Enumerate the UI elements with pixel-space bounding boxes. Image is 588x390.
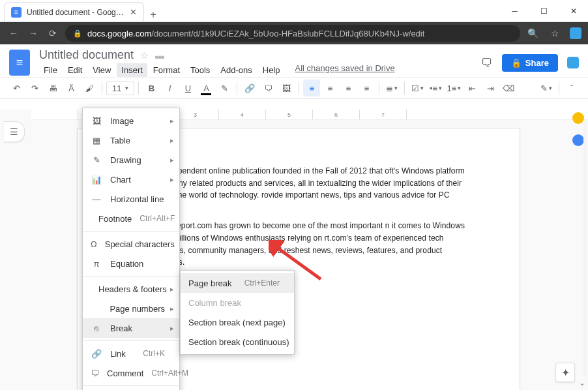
- print-button[interactable]: 🖶: [44, 80, 61, 97]
- align-justify-button[interactable]: ≡: [358, 80, 375, 97]
- insert-item-link[interactable]: 🔗LinkCtrl+K: [83, 344, 179, 363]
- menu-tools[interactable]: Tools: [186, 63, 214, 77]
- menu-item-label: Equation: [110, 259, 165, 269]
- comments-icon[interactable]: 🗨: [481, 56, 493, 70]
- menu-item-label: Section break (continuous): [188, 337, 289, 347]
- new-tab-button[interactable]: ＋: [144, 8, 162, 22]
- lock-icon: 🔒: [511, 58, 522, 68]
- number-list-button[interactable]: 1≡▾: [445, 80, 462, 97]
- spellcheck-button[interactable]: Ӓ: [63, 80, 80, 97]
- insert-item-special-characters[interactable]: ΩSpecial characters: [83, 234, 179, 254]
- docs-header: ≡ Untitled document ☆ ▬ File Edit View I…: [0, 44, 588, 77]
- menu-item-label: Page break: [188, 278, 237, 288]
- insert-item-equation[interactable]: πEquation: [83, 254, 179, 273]
- scroll-down-icon[interactable]: ⌄: [579, 378, 585, 387]
- reload-button[interactable]: ⟳: [46, 28, 60, 38]
- indent-button[interactable]: ⇥: [482, 80, 499, 97]
- menu-item-icon: ✎: [91, 155, 102, 165]
- menu-edit[interactable]: Edit: [63, 63, 87, 77]
- forward-button[interactable]: →: [26, 28, 40, 38]
- outdent-button[interactable]: ⇤: [463, 80, 480, 97]
- tasks-icon[interactable]: [572, 134, 584, 146]
- insert-item-horizontal-line[interactable]: ―Horizontal line: [83, 189, 179, 209]
- menu-format[interactable]: Format: [149, 63, 184, 77]
- formatting-toolbar: ↶ ↷ 🖶 Ӓ 🖌 11▾ B I U A ✎ 🔗 🗨 🖼 ≡ ≡ ≡ ≡ ≣▾…: [0, 77, 588, 99]
- maximize-button[interactable]: ☐: [529, 0, 559, 22]
- collapse-toolbar-button[interactable]: ˆ: [563, 80, 580, 97]
- outline-toggle[interactable]: ☰: [4, 121, 25, 142]
- star-icon[interactable]: ☆: [140, 50, 149, 61]
- menu-view[interactable]: View: [88, 63, 115, 77]
- minimize-button[interactable]: ─: [500, 0, 529, 22]
- insert-link-button[interactable]: 🔗: [241, 80, 258, 97]
- clear-format-button[interactable]: ⌫: [500, 80, 517, 97]
- submenu-arrow-icon: ▸: [170, 175, 174, 184]
- break-item-section-break-next-page-[interactable]: Section break (next page): [181, 312, 294, 332]
- ruler-mark: [31, 110, 78, 119]
- insert-item-comment[interactable]: 🗨CommentCtrl+Alt+M: [83, 363, 179, 383]
- paint-format-button[interactable]: 🖌: [81, 80, 98, 97]
- menu-addons[interactable]: Add-ons: [216, 63, 256, 77]
- break-submenu: Page breakCtrl+EnterColumn breakSection …: [180, 270, 295, 355]
- zoom-icon[interactable]: 🔍: [525, 28, 540, 38]
- move-folder-icon[interactable]: ▬: [155, 50, 164, 61]
- bold-button[interactable]: B: [143, 80, 160, 97]
- insert-item-page-numbers[interactable]: Page numbers▸: [83, 299, 179, 318]
- vertical-scrollbar[interactable]: [583, 121, 587, 377]
- menu-file[interactable]: File: [39, 63, 62, 77]
- menu-item-label: Chart: [110, 175, 165, 185]
- insert-item-drawing[interactable]: ✎Drawing▸: [83, 150, 179, 170]
- menu-item-icon: 🗨: [91, 368, 99, 378]
- menu-insert[interactable]: Insert: [117, 63, 147, 77]
- share-button[interactable]: 🔒Share: [502, 54, 558, 72]
- redo-button[interactable]: ↷: [26, 80, 43, 97]
- bookmark-star-icon[interactable]: ☆: [548, 28, 562, 38]
- address-bar: ← → ⟳ 🔒 docs.google.com/document/d/1k9UC…: [0, 22, 588, 44]
- insert-item-image[interactable]: 🖼Image▸: [83, 111, 179, 130]
- menu-item-label: Footnote: [98, 214, 132, 224]
- insert-dropdown: 🖼Image▸▦Table▸✎Drawing▸📊Chart▸―Horizonta…: [82, 108, 180, 390]
- tab-strip: ≡ Untitled document - Google Doc ✕ ＋: [0, 0, 500, 22]
- browser-tab[interactable]: ≡ Untitled document - Google Doc ✕: [4, 2, 144, 22]
- insert-item-headers-footers[interactable]: Headers & footers▸: [83, 279, 179, 299]
- checklist-button[interactable]: ☑▾: [409, 80, 426, 97]
- menu-item-label: Headers & footers: [98, 284, 167, 294]
- submenu-arrow-icon: ▸: [170, 285, 174, 293]
- menu-help[interactable]: Help: [258, 63, 285, 77]
- close-window-button[interactable]: ✕: [559, 0, 588, 22]
- explore-button[interactable]: ✦: [555, 363, 575, 382]
- lock-icon: 🔒: [73, 29, 82, 38]
- docs-app-icon[interactable]: ≡: [9, 50, 30, 76]
- insert-image-button[interactable]: 🖼: [278, 80, 295, 97]
- insert-item-footnote[interactable]: FootnoteCtrl+Alt+F: [83, 209, 179, 228]
- font-size-select[interactable]: 11▾: [106, 82, 134, 95]
- align-left-button[interactable]: ≡: [303, 80, 320, 97]
- break-item-page-break[interactable]: Page breakCtrl+Enter: [181, 273, 294, 293]
- extension-icon[interactable]: [570, 27, 581, 39]
- close-tab-icon[interactable]: ✕: [130, 7, 137, 17]
- text-color-button[interactable]: A: [198, 80, 214, 97]
- menu-item-label: Page numbers: [110, 304, 165, 314]
- insert-item-break[interactable]: ⎋Break▸: [83, 318, 179, 338]
- italic-button[interactable]: I: [161, 80, 178, 97]
- back-button[interactable]: ←: [7, 28, 21, 38]
- insert-comment-button[interactable]: 🗨: [259, 80, 276, 97]
- highlight-button[interactable]: ✎: [216, 80, 233, 97]
- align-right-button[interactable]: ≡: [340, 80, 357, 97]
- menu-item-shortcut: Ctrl+K: [143, 349, 165, 358]
- insert-item-chart[interactable]: 📊Chart▸: [83, 170, 179, 189]
- account-avatar[interactable]: [567, 57, 579, 68]
- menu-item-label: Image: [110, 116, 165, 126]
- line-spacing-button[interactable]: ≣▾: [383, 80, 400, 97]
- underline-button[interactable]: U: [179, 80, 196, 97]
- url-field[interactable]: 🔒 docs.google.com/document/d/1k9UCiEZAk_…: [65, 25, 520, 42]
- save-status[interactable]: All changes saved in Drive: [295, 63, 395, 77]
- insert-item-table[interactable]: ▦Table▸: [83, 130, 179, 150]
- undo-button[interactable]: ↶: [8, 80, 25, 97]
- editing-mode-button[interactable]: ✎▾: [538, 80, 555, 97]
- keep-icon[interactable]: [572, 112, 584, 124]
- bullet-list-button[interactable]: •≡▾: [427, 80, 444, 97]
- document-title[interactable]: Untitled document: [39, 48, 134, 62]
- break-item-section-break-continuous-[interactable]: Section break (continuous): [181, 332, 294, 352]
- align-center-button[interactable]: ≡: [321, 80, 338, 97]
